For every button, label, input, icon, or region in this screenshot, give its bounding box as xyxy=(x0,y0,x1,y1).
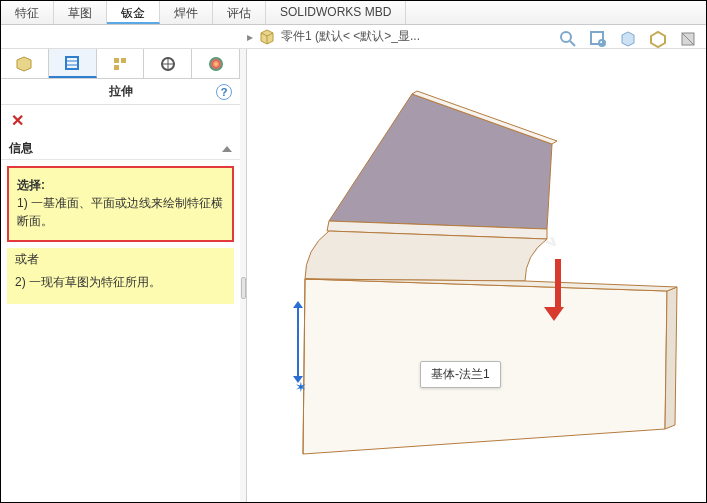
manager-tabs xyxy=(1,49,240,79)
tree-arrow-icon[interactable]: ▸ xyxy=(247,30,253,44)
zoom-area-icon[interactable] xyxy=(588,29,608,49)
display-style-icon[interactable] xyxy=(648,29,668,49)
svg-rect-11 xyxy=(114,65,119,70)
help-button[interactable]: ? xyxy=(216,84,232,100)
info-rest-box: 或者 2) 一现有草图为特征所用。 xyxy=(7,248,234,304)
splitter-grip-icon xyxy=(241,277,246,299)
svg-rect-10 xyxy=(121,58,126,63)
dimension-handle[interactable] xyxy=(297,307,299,377)
svg-rect-2 xyxy=(591,32,603,44)
svg-marker-20 xyxy=(665,287,677,429)
pm-title: 拉伸 xyxy=(109,83,133,100)
zoom-fit-icon[interactable] xyxy=(558,29,578,49)
svg-point-0 xyxy=(561,32,571,42)
property-manager-panel: 拉伸 ? ✕ 信息 选择: 1) 一基准面、平面或边线来绘制特征横断面。 或者 … xyxy=(1,49,241,503)
svg-line-1 xyxy=(570,41,575,46)
heads-up-toolbar xyxy=(558,29,698,49)
tab-mbd[interactable]: SOLIDWORKS MBD xyxy=(266,1,406,24)
collapse-icon[interactable] xyxy=(222,146,232,152)
info-highlight-box: 选择: 1) 一基准面、平面或边线来绘制特征横断面。 xyxy=(7,166,234,242)
tab-sheetmetal[interactable]: 钣金 xyxy=(107,1,160,24)
section-view-icon[interactable] xyxy=(678,29,698,49)
feature-manager-tab[interactable] xyxy=(1,49,49,78)
msg-option-2: 2) 一现有草图为特征所用。 xyxy=(15,271,226,294)
view-orientation-icon[interactable] xyxy=(618,29,638,49)
msg-option-1: 1) 一基准面、平面或边线来绘制特征横断面。 xyxy=(17,194,224,230)
svg-point-15 xyxy=(209,57,223,71)
model-geometry xyxy=(247,49,707,503)
info-section-header[interactable]: 信息 xyxy=(1,136,240,160)
display-manager-tab[interactable] xyxy=(192,49,240,78)
configuration-manager-tab[interactable] xyxy=(97,49,145,78)
breadcrumb-text[interactable]: 零件1 (默认< <默认>_显... xyxy=(281,28,420,45)
dimxpert-manager-tab[interactable] xyxy=(144,49,192,78)
tab-sketch[interactable]: 草图 xyxy=(54,1,107,24)
command-manager-tabs: 特征 草图 钣金 焊件 评估 SOLIDWORKS MBD xyxy=(1,1,706,25)
annotation-arrow xyxy=(551,259,564,321)
part-icon xyxy=(259,29,275,45)
info-section-label: 信息 xyxy=(9,140,33,157)
msg-or: 或者 xyxy=(15,248,226,271)
graphics-viewport[interactable]: 软件下载 ✶ 基体-法兰1 xyxy=(247,49,706,502)
cancel-button[interactable]: ✕ xyxy=(1,105,240,136)
tab-feature[interactable]: 特征 xyxy=(1,1,54,24)
tab-evaluate[interactable]: 评估 xyxy=(213,1,266,24)
panel-splitter[interactable] xyxy=(240,49,247,503)
origin-icon: ✶ xyxy=(295,379,307,395)
pm-title-row: 拉伸 ? xyxy=(1,79,240,105)
msg-select-label: 选择: xyxy=(17,176,224,194)
svg-marker-16 xyxy=(329,94,552,229)
feature-tooltip: 基体-法兰1 xyxy=(420,361,501,388)
svg-rect-6 xyxy=(66,57,78,69)
svg-rect-9 xyxy=(114,58,119,63)
property-manager-tab[interactable] xyxy=(49,49,97,78)
tab-weldments[interactable]: 焊件 xyxy=(160,1,213,24)
